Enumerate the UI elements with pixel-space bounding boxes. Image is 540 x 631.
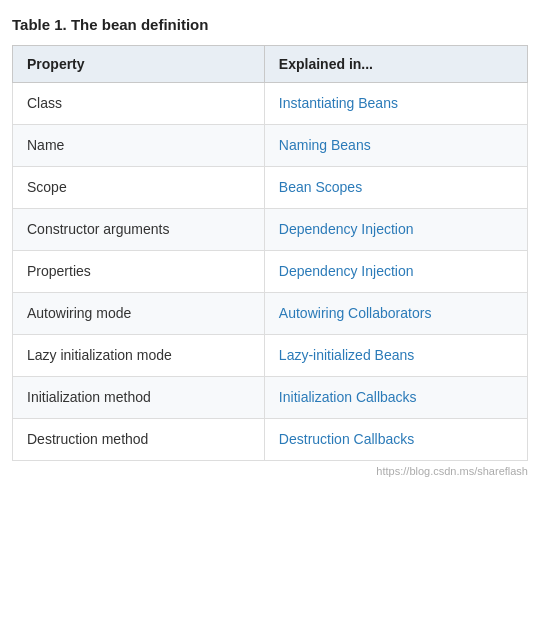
table-row: Constructor argumentsDependency Injectio… — [13, 209, 528, 251]
table-row: Autowiring modeAutowiring Collaborators — [13, 293, 528, 335]
watermark: https://blog.csdn.ms/shareflash — [12, 465, 528, 477]
property-cell: Initialization method — [13, 377, 265, 419]
header-property: Property — [13, 46, 265, 83]
explained-link[interactable]: Destruction Callbacks — [279, 431, 414, 447]
table-row: Lazy initialization modeLazy-initialized… — [13, 335, 528, 377]
table-row: Destruction methodDestruction Callbacks — [13, 419, 528, 461]
property-cell: Constructor arguments — [13, 209, 265, 251]
table-row: ClassInstantiating Beans — [13, 83, 528, 125]
explained-cell: Dependency Injection — [264, 209, 527, 251]
explained-link[interactable]: Autowiring Collaborators — [279, 305, 432, 321]
explained-cell: Naming Beans — [264, 125, 527, 167]
table-title: Table 1. The bean definition — [12, 16, 528, 33]
explained-link[interactable]: Dependency Injection — [279, 221, 414, 237]
explained-cell: Initialization Callbacks — [264, 377, 527, 419]
explained-cell: Autowiring Collaborators — [264, 293, 527, 335]
property-cell: Destruction method — [13, 419, 265, 461]
property-cell: Scope — [13, 167, 265, 209]
explained-link[interactable]: Lazy-initialized Beans — [279, 347, 414, 363]
explained-link[interactable]: Bean Scopes — [279, 179, 362, 195]
table-header-row: Property Explained in... — [13, 46, 528, 83]
header-explained: Explained in... — [264, 46, 527, 83]
table-row: NameNaming Beans — [13, 125, 528, 167]
property-cell: Class — [13, 83, 265, 125]
explained-link[interactable]: Naming Beans — [279, 137, 371, 153]
bean-definition-table: Property Explained in... ClassInstantiat… — [12, 45, 528, 461]
property-cell: Properties — [13, 251, 265, 293]
explained-cell: Instantiating Beans — [264, 83, 527, 125]
property-cell: Lazy initialization mode — [13, 335, 265, 377]
property-cell: Name — [13, 125, 265, 167]
explained-link[interactable]: Instantiating Beans — [279, 95, 398, 111]
explained-cell: Destruction Callbacks — [264, 419, 527, 461]
table-row: PropertiesDependency Injection — [13, 251, 528, 293]
explained-cell: Lazy-initialized Beans — [264, 335, 527, 377]
table-row: Initialization methodInitialization Call… — [13, 377, 528, 419]
explained-link[interactable]: Initialization Callbacks — [279, 389, 417, 405]
explained-link[interactable]: Dependency Injection — [279, 263, 414, 279]
property-cell: Autowiring mode — [13, 293, 265, 335]
table-row: ScopeBean Scopes — [13, 167, 528, 209]
explained-cell: Dependency Injection — [264, 251, 527, 293]
explained-cell: Bean Scopes — [264, 167, 527, 209]
